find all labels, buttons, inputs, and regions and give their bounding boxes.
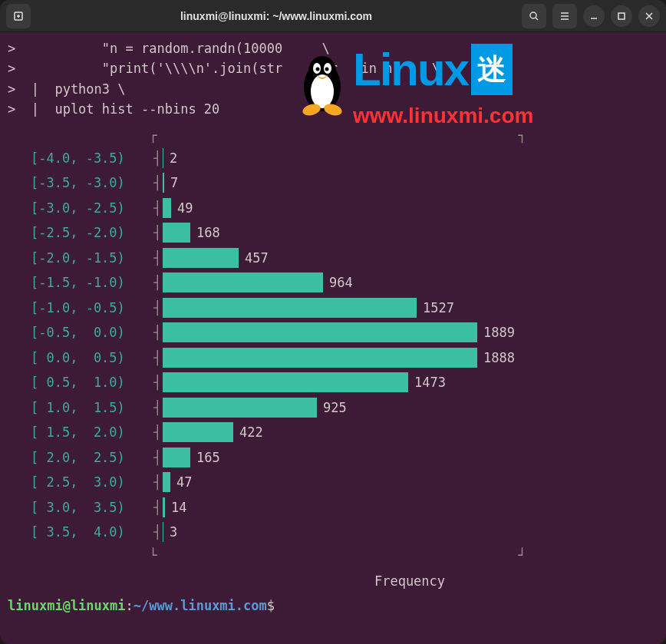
hist-row: [-2.0, -1.5) ┤457 (8, 246, 658, 271)
hist-bin-value: 165 (196, 447, 220, 467)
terminal-body[interactable]: Linux 迷 www.linuxmi.com > "n = random.ra… (0, 32, 666, 644)
hist-bin-label: [ 1.5, 2.0) (8, 422, 153, 442)
maximize-button[interactable] (611, 5, 632, 27)
shell-prompt: linuxmi@linuxmi:~/www.linuxmi.com$ (8, 596, 658, 616)
hist-bin-value: 1527 (423, 298, 454, 318)
hist-bar (163, 322, 477, 342)
hist-bin-value: 49 (177, 198, 193, 218)
hist-bin-value: 2 (170, 148, 177, 168)
prompt-user: linuxmi@linuxmi (8, 598, 126, 613)
hist-bin-label: [ 1.0, 1.5) (8, 398, 153, 418)
hist-bin-value: 422 (239, 422, 263, 442)
close-button[interactable] (638, 5, 660, 27)
hist-row: [-4.0, -3.5) ┤2 (8, 146, 658, 171)
hist-row: [ 0.0, 0.5) ┤1888 (8, 345, 658, 371)
hist-axis-tick: ┤ (153, 472, 163, 492)
hist-bin-label: [ 2.0, 2.5) (8, 447, 153, 467)
hist-bin-value: 7 (170, 173, 178, 193)
hist-bar (163, 472, 170, 492)
hist-bin-label: [-4.0, -3.5) (8, 148, 153, 168)
terminal-window: linuxmi@linuxmi: ~/www.linuxmi.com (0, 0, 666, 644)
prompt-sep2: $ (267, 598, 275, 613)
hist-bar (163, 447, 190, 467)
hist-bin-label: [-2.5, -2.0) (8, 223, 153, 243)
hist-axis-tick: ┤ (153, 198, 163, 218)
hist-bin-label: [-3.0, -2.5) (8, 198, 153, 218)
hist-bin-value: 3 (170, 522, 177, 542)
svg-point-1 (530, 12, 536, 18)
hist-axis-tick: ┤ (153, 422, 163, 442)
hist-row: [ 2.0, 2.5) ┤165 (8, 445, 658, 471)
titlebar: linuxmi@linuxmi: ~/www.linuxmi.com (0, 0, 666, 32)
chart-top-border: ┌ ┐ (8, 125, 658, 145)
hist-row: [ 3.0, 3.5) ┤14 (8, 495, 658, 520)
search-button[interactable] (522, 4, 546, 28)
hist-axis-tick: ┤ (153, 398, 163, 418)
hist-row: [ 2.5, 3.0) ┤47 (8, 470, 658, 495)
hist-bar (163, 497, 165, 517)
window-title: linuxmi@linuxmi: ~/www.linuxmi.com (31, 10, 522, 22)
hist-axis-tick: ┤ (153, 372, 163, 392)
hist-row: [-2.5, -2.0) ┤168 (8, 220, 658, 246)
hist-bin-value: 964 (329, 272, 353, 292)
hist-bar (163, 148, 163, 168)
command-line-3: > | python3 \ (8, 79, 658, 99)
svg-rect-2 (618, 13, 625, 19)
hist-bin-value: 457 (245, 248, 269, 268)
hist-bin-value: 1473 (414, 372, 446, 392)
hist-axis-tick: ┤ (153, 248, 163, 268)
hist-bin-value: 14 (171, 497, 186, 517)
prompt-path: ~/www.linuxmi.com (134, 598, 267, 613)
chart-bottom-border: └ ┘ (8, 545, 658, 565)
hist-row: [-0.5, 0.0) ┤1889 (8, 320, 658, 345)
hist-bin-value: 1889 (483, 322, 515, 342)
hist-bar (163, 298, 417, 318)
hist-axis-tick: ┤ (153, 223, 163, 243)
hist-axis-tick: ┤ (153, 173, 163, 193)
hist-bar (163, 348, 477, 368)
hist-axis-tick: ┤ (153, 272, 163, 292)
histogram-chart: ┌ ┐ [-4.0, -3.5) ┤2[-3.5, -3.0) ┤7[-3.0,… (8, 125, 658, 591)
hist-row: [-3.5, -3.0) ┤7 (8, 170, 658, 196)
hist-bin-label: [ 0.5, 1.0) (8, 372, 153, 392)
prompt-sep1: : (126, 598, 134, 613)
hist-bin-label: [-1.0, -0.5) (8, 298, 153, 318)
hist-row: [ 3.5, 4.0) ┤3 (8, 520, 658, 545)
hist-bar (163, 173, 164, 193)
menu-button[interactable] (552, 4, 577, 28)
hist-bin-value: 1888 (483, 348, 515, 368)
command-line-2: > "print('\\\\n'.join(str for in n \ (8, 58, 658, 78)
hist-row: [ 0.5, 1.0) ┤1473 (8, 370, 658, 395)
command-line-4: > | uplot hist --nbins 20 (8, 99, 658, 119)
hist-bin-value: 925 (323, 398, 347, 418)
hist-bin-label: [-0.5, 0.0) (8, 322, 153, 342)
hist-axis-tick: ┤ (153, 322, 163, 342)
hist-bin-label: [-1.5, -1.0) (8, 272, 153, 292)
hist-axis-tick: ┤ (153, 447, 163, 467)
hist-row: [ 1.5, 2.0) ┤422 (8, 420, 658, 445)
hist-bin-value: 168 (196, 223, 220, 243)
hist-bar (163, 223, 190, 243)
hist-bin-label: [-3.5, -3.0) (8, 173, 153, 193)
hist-bin-label: [ 0.0, 0.5) (8, 348, 153, 368)
hist-axis-tick: ┤ (153, 497, 163, 517)
hist-bar (163, 422, 233, 442)
minimize-button[interactable] (583, 5, 605, 27)
hist-row: [-3.0, -2.5) ┤49 (8, 196, 658, 221)
hist-bar (163, 248, 239, 268)
hist-axis-tick: ┤ (153, 522, 163, 542)
hist-bin-label: [ 2.5, 3.0) (8, 472, 153, 492)
hist-row: [-1.5, -1.0) ┤964 (8, 270, 658, 296)
chart-xlabel: Frequency (8, 571, 658, 591)
hist-bar (163, 398, 317, 418)
hist-bar (163, 198, 171, 218)
hist-bin-label: [-2.0, -1.5) (8, 248, 153, 268)
hist-row: [ 1.0, 1.5) ┤925 (8, 395, 658, 421)
new-tab-button[interactable] (6, 4, 31, 28)
hist-axis-tick: ┤ (153, 298, 163, 318)
hist-bin-label: [ 3.5, 4.0) (8, 522, 153, 542)
hist-axis-tick: ┤ (153, 148, 163, 168)
hist-bar (163, 372, 408, 392)
hist-axis-tick: ┤ (153, 348, 163, 368)
hist-row: [-1.0, -0.5) ┤1527 (8, 296, 658, 321)
